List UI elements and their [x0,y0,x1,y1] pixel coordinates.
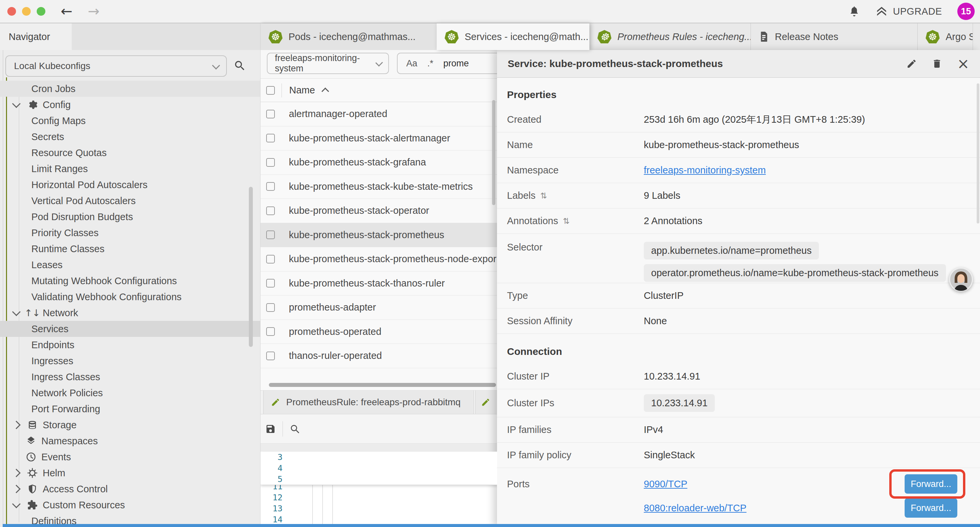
tab-pods[interactable]: ☸Pods - icecheng@mathmas... [261,23,437,50]
table-row[interactable]: alertmanager-operated [261,102,497,126]
sidebar-item-ingress-classes[interactable]: Ingress Classes [0,369,260,385]
expand-toggle-icon[interactable]: ⇅ [563,217,570,226]
sidebar-item-port-forwarding[interactable]: Port Forwarding [0,401,260,417]
sort-ascending-icon[interactable] [321,88,329,95]
chevron-right-icon[interactable] [12,469,20,477]
save-icon[interactable] [265,424,276,434]
table-row[interactable]: kube-prometheus-stack-thanos-ruler [261,272,497,296]
kubeconfig-select[interactable]: Local Kubeconfigs [5,56,227,77]
row-checkbox[interactable] [266,231,275,239]
row-checkbox[interactable] [266,110,275,118]
namespace-select[interactable]: freeleaps-monitoring-system [267,53,389,74]
tab-close-icon[interactable]: × [589,30,589,43]
row-checkbox[interactable] [266,207,275,215]
table-row[interactable]: kube-prometheus-stack-prometheus-node-ex… [261,247,497,272]
sidebar-item-events[interactable]: Events [0,449,260,465]
sidebar-item-network[interactable]: ↑↓Network [0,305,260,321]
port-link[interactable]: 8080:reloader-web/TCP [644,503,746,514]
notification-count-badge[interactable]: 15 [957,3,975,20]
forward-button[interactable]: Forward... [905,474,957,494]
sidebar-item-runtime-classes[interactable]: Runtime Classes [0,241,260,257]
sidebar-item-config[interactable]: Config [0,97,260,113]
expand-toggle-icon[interactable]: ⇅ [540,191,547,201]
tab-release[interactable]: Release Notes [751,23,918,50]
yaml-editor[interactable]: 11121314 345 [261,452,497,527]
table-horizontal-scrollbar[interactable] [269,383,496,387]
sidebar-item-vertical-pod-autoscalers[interactable]: Vertical Pod Autoscalers [0,193,260,209]
table-row[interactable]: prometheus-adapter [261,296,497,320]
table-row[interactable]: kube-prometheus-stack-prometheus [261,223,497,247]
table-row[interactable]: kube-prometheus-stack-operator [261,199,497,223]
dock-tab-next[interactable] [475,390,497,414]
sidebar-item-helm[interactable]: Helm [0,465,260,481]
sidebar-item-leases[interactable]: Leases [0,257,260,273]
namespace-link[interactable]: freeleaps-monitoring-system [644,165,766,176]
row-checkbox[interactable] [266,303,275,312]
sidebar-item-storage[interactable]: Storage [0,417,260,433]
row-checkbox[interactable] [266,279,275,288]
delete-trash-icon[interactable] [932,58,942,69]
sidebar-item-mutating-webhook-configurations[interactable]: Mutating Webhook Configurations [0,273,260,289]
network-icon: ↑↓ [27,307,38,318]
edit-pencil-icon[interactable] [906,58,917,69]
regex-toggle[interactable]: .* [427,58,433,69]
sidebar-item-resource-quotas[interactable]: Resource Quotas [0,145,260,161]
sidebar-item-limit-ranges[interactable]: Limit Ranges [0,161,260,177]
sidebar-item-secrets[interactable]: Secrets [0,129,260,145]
sidebar-item-endpoints[interactable]: Endpoints [0,337,260,353]
name-column-header[interactable]: Name [289,85,315,96]
match-case-toggle[interactable]: Aa [406,58,417,69]
row-checkbox[interactable] [266,255,275,263]
tab-argo[interactable]: ☸Argo Se [918,23,973,50]
sidebar-search-icon[interactable] [234,59,246,72]
table-row[interactable]: kube-prometheus-stack-alertmanager [261,126,497,151]
select-all-checkbox[interactable] [266,86,275,95]
sidebar-item-access-control[interactable]: Access Control [0,481,260,497]
row-checkbox[interactable] [266,182,275,191]
tab-services[interactable]: ☸Services - icecheng@math...× [437,23,589,50]
sidebar-item-ingresses[interactable]: Ingresses [0,353,260,369]
back-arrow-icon[interactable]: ← [61,0,72,23]
bell-icon[interactable] [848,5,860,18]
sidebar-item-cron-jobs[interactable]: Cron Jobs [0,81,260,97]
chevron-right-icon[interactable] [12,420,20,429]
table-row[interactable]: kube-prometheus-stack-kube-state-metrics [261,175,497,199]
table-vertical-scrollbar[interactable] [492,100,495,205]
sidebar-item-custom-resources[interactable]: Custom Resources [0,497,260,513]
row-checkbox[interactable] [266,352,275,360]
sidebar-scrollbar[interactable] [249,187,253,347]
sidebar-item-services[interactable]: Services [0,321,260,337]
forward-button[interactable]: Forward... [905,498,957,517]
minimize-window-button[interactable] [22,7,31,16]
sidebar-item-config-maps[interactable]: Config Maps [0,113,260,129]
chevron-down-icon[interactable] [12,307,20,316]
dock-tab-prometheusrule[interactable]: PrometheusRule: freeleaps-prod-rabbitmq [263,390,474,414]
row-checkbox[interactable] [266,158,275,167]
chevron-right-icon[interactable] [12,485,20,493]
sidebar-item-priority-classes[interactable]: Priority Classes [0,225,260,241]
navigator-tab[interactable]: Navigator [0,23,72,50]
close-icon[interactable]: × [957,57,969,70]
chevron-down-icon[interactable] [12,99,20,108]
sidebar-item-pod-disruption-budgets[interactable]: Pod Disruption Budgets [0,209,260,225]
sidebar-item-horizontal-pod-autoscalers[interactable]: Horizontal Pod Autoscalers [0,177,260,193]
port-link[interactable]: 9090/TCP [644,479,687,490]
table-row[interactable]: kube-prometheus-stack-grafana [261,150,497,175]
row-checkbox[interactable] [266,134,275,142]
close-window-button[interactable] [7,7,16,16]
sidebar-item-namespaces[interactable]: Namespaces [0,433,260,449]
sidebar-item-validating-webhook-configurations[interactable]: Validating Webhook Configurations [0,289,260,305]
chevron-down-icon[interactable] [12,500,20,508]
assistant-avatar[interactable] [949,267,973,291]
forward-arrow-icon[interactable]: → [88,0,99,23]
editor-search-icon[interactable] [290,424,300,434]
upgrade-button[interactable]: UPGRADE [876,5,942,18]
table-row[interactable]: thanos-ruler-operated [261,344,497,368]
tab-prometheus[interactable]: ☸Prometheus Rules - icecheng... [589,23,751,50]
detail-scrollbar[interactable] [977,83,979,223]
row-checkbox[interactable] [266,327,275,336]
maximize-window-button[interactable] [37,7,45,16]
search-input[interactable]: Aa .* prome [397,53,497,74]
sidebar-item-network-policies[interactable]: Network Policies [0,385,260,401]
table-row[interactable]: prometheus-operated [261,320,497,344]
